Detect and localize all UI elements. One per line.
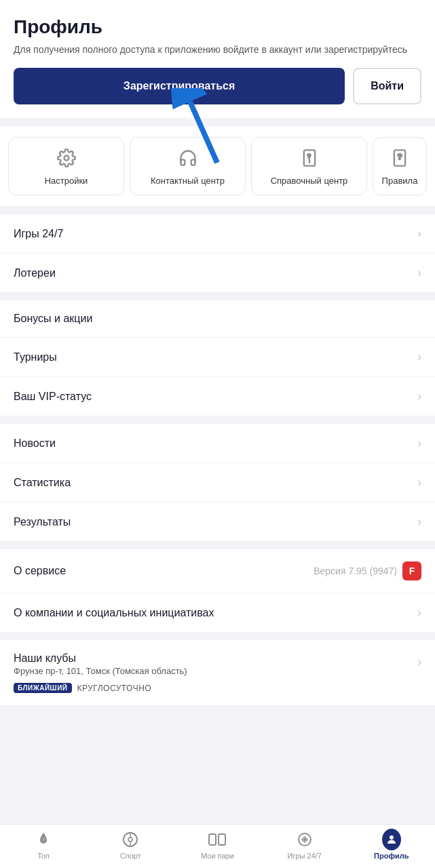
nearest-badge: БЛИЖАЙШИЙ	[14, 683, 72, 693]
auth-buttons: Зарегистрироваться Войти	[14, 68, 421, 104]
work-hours-label: КРУГЛОСУТОЧНО	[77, 684, 152, 693]
chevron-right-icon: ›	[417, 350, 421, 364]
header-subtitle: Для получения полного доступа к приложен…	[14, 43, 421, 57]
register-button[interactable]: Зарегистрироваться	[14, 68, 345, 104]
quick-action-settings-label: Настройки	[45, 176, 88, 187]
nav-item-top[interactable]: Топ	[23, 830, 64, 860]
clubs-info: Наши клубы Фрунзе пр-т, 101, Томск (Томс…	[14, 652, 187, 693]
chevron-right-icon: ›	[417, 226, 421, 241]
quick-action-rules[interactable]: ? Правила	[373, 137, 427, 196]
chevron-right-icon: ›	[417, 515, 421, 529]
menu-section-3: Новости › Статистика › Результаты ›	[0, 424, 435, 541]
page-container: Профиль Для получения полного доступа к …	[0, 0, 435, 868]
quick-action-contact-label: Контактный центр	[151, 176, 225, 187]
help-icon: ?	[297, 146, 322, 170]
chevron-right-icon: ›	[417, 475, 421, 490]
header-section: Профиль Для получения полного доступа к …	[0, 0, 435, 118]
svg-point-18	[390, 835, 394, 840]
fire-icon	[34, 830, 53, 849]
menu-item-results[interactable]: Результаты ›	[0, 502, 435, 541]
games-icon	[295, 830, 314, 849]
chevron-right-icon: ›	[417, 436, 421, 450]
bottom-navigation: Топ Спорт Мои пари	[0, 824, 435, 868]
menu-item-stats[interactable]: Статистика ›	[0, 463, 435, 502]
svg-text:?: ?	[398, 152, 402, 161]
chevron-right-icon: ›	[417, 266, 421, 280]
menu-item-games247[interactable]: Игры 24/7 ›	[0, 214, 435, 254]
chevron-right-icon: ›	[417, 606, 421, 620]
quick-action-contact[interactable]: Контактный центр	[130, 137, 246, 196]
menu-item-tournaments[interactable]: Турниры ›	[0, 338, 435, 377]
nav-sport-label: Спорт	[120, 852, 141, 860]
menu-item-lotteries[interactable]: Лотереи ›	[0, 254, 435, 292]
nav-profile-label: Профиль	[374, 852, 409, 860]
nav-games247-label: Игры 24/7	[287, 852, 321, 860]
menu-section-1: Игры 24/7 › Лотереи ›	[0, 214, 435, 292]
quick-actions-section: Настройки Контактный центр	[0, 126, 435, 207]
menu-section-4: О сервисе Версия 7.95 (9947) F О компани…	[0, 549, 435, 632]
clubs-badges: БЛИЖАЙШИЙ КРУГЛОСУТОЧНО	[14, 683, 187, 693]
menu-item-company[interactable]: О компании и социальных инициативах ›	[0, 593, 435, 632]
sport-icon	[121, 830, 140, 849]
profile-icon	[382, 830, 401, 849]
quick-action-settings[interactable]: Настройки	[8, 137, 124, 196]
menu-item-bonuses[interactable]: Бонусы и акции	[0, 300, 435, 338]
page-title: Профиль	[14, 16, 421, 38]
menu-section-2: Бонусы и акции Турниры › Ваш VIP-статус …	[0, 300, 435, 416]
quick-action-help[interactable]: ? Справочный центр	[251, 137, 367, 196]
login-button[interactable]: Войти	[353, 68, 421, 104]
nav-item-games247[interactable]: Игры 24/7	[284, 830, 325, 860]
menu-item-about[interactable]: О сервисе Версия 7.95 (9947) F	[0, 549, 435, 593]
svg-text:?: ?	[307, 153, 311, 159]
version-info: Версия 7.95 (9947) F	[314, 561, 421, 580]
nav-top-label: Топ	[37, 852, 50, 860]
nav-item-mypairs[interactable]: Мои пари	[197, 830, 238, 860]
chevron-right-icon: ›	[417, 389, 421, 403]
gear-icon	[54, 146, 79, 170]
pairs-icon	[208, 830, 227, 849]
svg-point-2	[64, 155, 69, 160]
nav-mypairs-label: Мои пари	[201, 852, 234, 860]
svg-point-17	[303, 838, 306, 841]
nav-item-profile[interactable]: Профиль	[371, 830, 412, 860]
svg-rect-15	[219, 834, 225, 845]
headset-icon	[176, 146, 200, 170]
menu-item-vip[interactable]: Ваш VIP-статус ›	[0, 377, 435, 416]
app-version-icon: F	[402, 561, 421, 580]
nav-item-sport[interactable]: Спорт	[110, 830, 151, 860]
quick-action-rules-label: Правила	[382, 176, 418, 187]
menu-item-news[interactable]: Новости ›	[0, 424, 435, 463]
svg-point-11	[128, 837, 132, 842]
quick-action-help-label: Справочный центр	[271, 176, 348, 187]
menu-section-5: Наши клубы Фрунзе пр-т, 101, Томск (Томс…	[0, 640, 435, 705]
rules-icon: ?	[387, 146, 412, 170]
chevron-right-icon: ›	[417, 655, 421, 669]
menu-item-clubs[interactable]: Наши клубы Фрунзе пр-т, 101, Томск (Томс…	[0, 640, 435, 705]
svg-rect-14	[209, 834, 216, 845]
